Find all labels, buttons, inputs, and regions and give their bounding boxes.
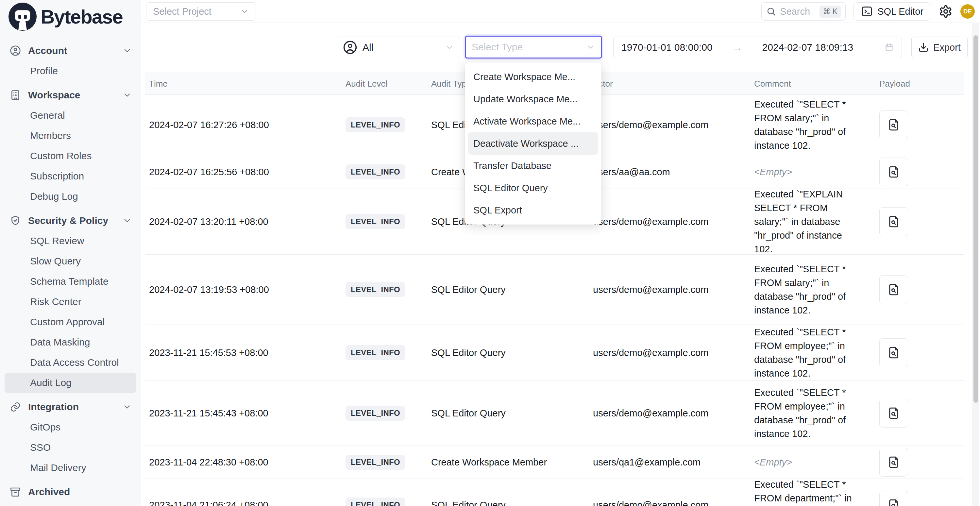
- sidebar-item-label: SSO: [30, 442, 51, 453]
- level-badge: LEVEL_INFO: [345, 282, 405, 297]
- menu-item-sql-editor-query[interactable]: SQL Editor Query: [465, 177, 601, 199]
- row-actor: users/demo@example.com: [593, 284, 708, 295]
- gear-icon[interactable]: [939, 5, 953, 18]
- row-time: 2024-02-07 13:19:53 +08:00: [149, 284, 269, 295]
- search-input[interactable]: Search ⌘ K: [761, 2, 846, 21]
- search-icon: [766, 6, 776, 16]
- sidebar-item-security-policy[interactable]: Security & Policy: [5, 210, 136, 231]
- project-select-label: Select Project: [153, 6, 212, 17]
- terminal-icon: [861, 6, 873, 18]
- sidebar-item-label: GitOps: [30, 422, 60, 433]
- menu-item-activate-workspace-me[interactable]: Activate Workspace Me...: [465, 110, 601, 132]
- sidebar-item-account[interactable]: Account: [5, 41, 136, 61]
- sidebar-item-data-masking[interactable]: Data Masking: [5, 332, 136, 352]
- menu-item-deactivate-workspace[interactable]: Deactivate Workspace ...: [468, 132, 598, 154]
- row-payload: [879, 448, 908, 477]
- menu-item-sql-export[interactable]: SQL Export: [465, 199, 601, 221]
- date-range-picker[interactable]: 1970-01-01 08:00:00 → 2024-02-07 18:09:1…: [613, 37, 902, 58]
- sidebar-item-custom-roles[interactable]: Custom Roles: [5, 146, 136, 166]
- sidebar-item-archived[interactable]: Archived: [5, 482, 136, 502]
- payload-view-button[interactable]: [879, 110, 908, 139]
- row-actor: users/demo@example.com: [593, 347, 708, 358]
- sidebar-item-data-access-control[interactable]: Data Access Control: [5, 352, 136, 372]
- row-actor: users/demo@example.com: [593, 408, 708, 419]
- sidebar-item-label: Account: [28, 45, 67, 56]
- scrollbar-thumb[interactable]: [974, 35, 978, 403]
- audit-log-main: All Select Type 1970-01-01 08:00:00 → 20…: [141, 23, 980, 506]
- sidebar-item-sql-review[interactable]: SQL Review: [5, 231, 136, 251]
- row-payload: [879, 399, 908, 428]
- row-audit-type: SQL Editor Query: [431, 408, 506, 419]
- chevron-down-icon: [123, 403, 132, 412]
- sidebar-item-label: Debug Log: [30, 191, 78, 202]
- sidebar-item-members[interactable]: Members: [5, 126, 136, 146]
- sidebar-item-label: Slow Query: [30, 256, 81, 267]
- level-badge: LEVEL_INFO: [345, 164, 405, 180]
- sidebar-nav: AccountProfileWorkspaceGeneralMembersCus…: [0, 37, 141, 502]
- sidebar-item-label: Integration: [28, 401, 79, 412]
- sidebar-item-gitops[interactable]: GitOps: [5, 417, 136, 438]
- file-search-icon: [887, 283, 900, 296]
- sidebar-item-profile[interactable]: Profile: [5, 61, 136, 81]
- chevron-down-icon: [240, 7, 249, 16]
- row-comment: Executed `"SELECT * FROM salary;"` in da…: [754, 262, 862, 317]
- type-filter-combobox[interactable]: Select Type: [465, 36, 602, 59]
- payload-view-button[interactable]: [879, 158, 908, 186]
- row-audit-type: SQL Editor Query: [431, 347, 506, 358]
- chevron-down-icon: [445, 43, 454, 52]
- sidebar-item-slow-query[interactable]: Slow Query: [5, 251, 136, 271]
- user-circle-icon: [9, 45, 22, 57]
- avatar[interactable]: DE: [960, 4, 975, 19]
- menu-item-transfer-database[interactable]: Transfer Database: [465, 154, 601, 177]
- arrow-right-icon: →: [732, 41, 743, 54]
- row-actor: users/qa1@example.com: [593, 457, 700, 468]
- file-search-icon: [887, 118, 900, 132]
- sidebar-item-label: Data Access Control: [30, 357, 119, 368]
- level-badge: LEVEL_INFO: [345, 406, 405, 421]
- sidebar-item-general[interactable]: General: [5, 105, 136, 126]
- payload-view-button[interactable]: [879, 448, 908, 477]
- row-actor: users/demo@example.com: [593, 500, 708, 506]
- payload-view-button[interactable]: [879, 399, 908, 428]
- sidebar-item-label: Subscription: [30, 170, 84, 182]
- export-button[interactable]: Export: [912, 37, 967, 58]
- row-payload: [879, 491, 908, 506]
- level-badge: LEVEL_INFO: [345, 117, 405, 132]
- sidebar-item-schema-template[interactable]: Schema Template: [5, 271, 136, 291]
- bytebase-logo[interactable]: Bytebase: [8, 3, 123, 31]
- sidebar-item-debug-log[interactable]: Debug Log: [5, 186, 136, 207]
- row-comment: Executed `"SELECT * FROM salary;"` in da…: [754, 97, 862, 152]
- actor-filter-dropdown[interactable]: All: [337, 37, 460, 58]
- sidebar-item-audit-log[interactable]: Audit Log: [5, 372, 136, 393]
- date-from-value: 1970-01-01 08:00:00: [621, 42, 713, 53]
- sidebar-item-custom-approval[interactable]: Custom Approval: [5, 312, 136, 332]
- sidebar-item-mail-delivery[interactable]: Mail Delivery: [5, 458, 136, 478]
- row-time: 2023-11-04 22:48:30 +08:00: [149, 457, 268, 468]
- sidebar-item-workspace[interactable]: Workspace: [5, 85, 136, 105]
- payload-view-button[interactable]: [879, 207, 908, 236]
- sidebar-item-label: Data Masking: [30, 337, 90, 348]
- date-to-value: 2024-02-07 18:09:13: [762, 42, 853, 53]
- table-row: 2023-11-04 22:48:30 +08:00 LEVEL_INFO Cr…: [145, 446, 964, 479]
- project-select-dropdown[interactable]: Select Project: [146, 2, 256, 21]
- payload-view-button[interactable]: [879, 275, 908, 304]
- row-comment: Executed `"SELECT * FROM department;"` i…: [754, 477, 862, 506]
- sidebar-item-risk-center[interactable]: Risk Center: [5, 291, 136, 312]
- row-comment: <Empty>: [754, 165, 862, 179]
- payload-view-button[interactable]: [879, 491, 908, 506]
- level-badge: LEVEL_INFO: [345, 214, 405, 229]
- payload-view-button[interactable]: [879, 338, 908, 367]
- menu-item-create-workspace-me[interactable]: Create Workspace Me...: [465, 66, 601, 88]
- row-time: 2024-02-07 16:25:56 +08:00: [149, 167, 269, 178]
- sql-editor-button[interactable]: SQL Editor: [853, 2, 931, 21]
- chevron-down-icon: [123, 91, 132, 100]
- row-audit-level: LEVEL_INFO: [345, 214, 405, 229]
- menu-item-update-workspace-me[interactable]: Update Workspace Me...: [465, 88, 601, 110]
- brand-name: Bytebase: [41, 6, 123, 28]
- sidebar-item-subscription[interactable]: Subscription: [5, 166, 136, 186]
- sidebar-item-integration[interactable]: Integration: [5, 397, 136, 417]
- row-audit-level: LEVEL_INFO: [345, 164, 405, 180]
- row-audit-type: SQL Editor Query: [431, 500, 506, 506]
- row-comment: Executed `"SELECT * FROM employee;"` in …: [754, 325, 862, 380]
- sidebar-item-sso[interactable]: SSO: [5, 438, 136, 458]
